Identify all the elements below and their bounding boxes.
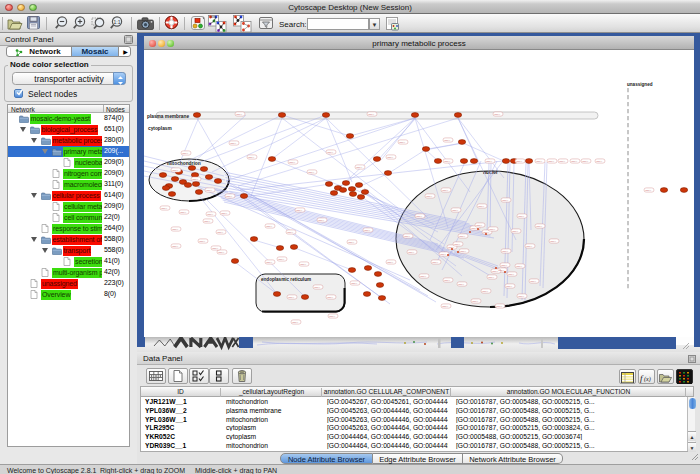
svg-text:GO-t..: GO-t.. — [314, 286, 321, 289]
svg-text:GO-t..: GO-t.. — [199, 240, 206, 243]
svg-text:GO-t..: GO-t.. — [236, 113, 243, 116]
svg-text:GO-t..: GO-t.. — [526, 245, 533, 248]
svg-text:GO-t..: GO-t.. — [582, 160, 589, 163]
svg-text:GO-t..: GO-t.. — [206, 189, 213, 192]
svg-text:GO-t..: GO-t.. — [442, 305, 449, 308]
svg-text:GO-t..: GO-t.. — [348, 241, 355, 244]
svg-text:GO-t..: GO-t.. — [416, 215, 423, 218]
svg-text:(x): (x) — [644, 376, 651, 383]
svg-text:GO-t..: GO-t.. — [444, 139, 451, 142]
svg-text:GO-t..: GO-t.. — [550, 240, 557, 243]
svg-text:GO-t..: GO-t.. — [440, 253, 447, 256]
svg-text:cytoplasm: cytoplasm — [148, 126, 172, 131]
svg-text:plasma membrane: plasma membrane — [147, 114, 189, 119]
svg-text:GO-t..: GO-t.. — [204, 220, 211, 223]
svg-text:GO-t..: GO-t.. — [308, 171, 315, 174]
svg-text:GO-t..: GO-t.. — [489, 228, 496, 231]
svg-text:GO-t..: GO-t.. — [226, 195, 233, 198]
svg-text:GO-t..: GO-t.. — [459, 235, 466, 238]
svg-text:GO-t..: GO-t.. — [399, 141, 406, 144]
svg-text:endoplasmic reticulum: endoplasmic reticulum — [261, 277, 311, 282]
svg-text:GO-t..: GO-t.. — [182, 152, 189, 155]
svg-text:GO-t..: GO-t.. — [458, 283, 465, 286]
svg-text:GO-t..: GO-t.. — [300, 263, 307, 266]
svg-text:GO-t..: GO-t.. — [351, 282, 358, 285]
svg-text:GO-t..: GO-t.. — [387, 261, 394, 264]
svg-text:GO-t..: GO-t.. — [387, 156, 394, 159]
svg-text:GO-t..: GO-t.. — [502, 199, 509, 202]
svg-text:GO-t..: GO-t.. — [426, 195, 433, 198]
svg-text:GO-t..: GO-t.. — [218, 251, 225, 254]
svg-text:GO-t..: GO-t.. — [266, 225, 273, 228]
svg-text:GO-t..: GO-t.. — [536, 225, 543, 228]
svg-text:GO-t..: GO-t.. — [432, 261, 439, 264]
svg-text:GO-t..: GO-t.. — [508, 273, 515, 276]
svg-text:GO-t..: GO-t.. — [278, 258, 285, 261]
svg-text:GO-t..: GO-t.. — [172, 245, 179, 248]
svg-text:GO-t..: GO-t.. — [536, 160, 543, 163]
svg-text:GO-t..: GO-t.. — [172, 228, 179, 231]
svg-text:GO-t..: GO-t.. — [516, 160, 523, 163]
svg-text:GO-t..: GO-t.. — [248, 156, 255, 159]
svg-text:GO-t..: GO-t.. — [506, 285, 513, 288]
svg-text:GO-t..: GO-t.. — [559, 160, 566, 163]
svg-text:GO-t..: GO-t.. — [442, 189, 449, 192]
svg-text:GO-t..: GO-t.. — [420, 275, 427, 278]
svg-text:GO-t..: GO-t.. — [327, 151, 334, 154]
svg-text:GO-t..: GO-t.. — [501, 264, 508, 267]
svg-text:GO-t..: GO-t.. — [172, 169, 179, 172]
svg-text:mitochondrion: mitochondrion — [167, 161, 201, 166]
svg-text:GO-t..: GO-t.. — [318, 219, 325, 222]
svg-text:GO-t..: GO-t.. — [266, 261, 273, 264]
svg-text:GO-t..: GO-t.. — [444, 160, 451, 163]
svg-text:GO-t..: GO-t.. — [454, 243, 461, 246]
svg-text:GO-t..: GO-t.. — [530, 280, 537, 283]
svg-text:GO-t..: GO-t.. — [217, 231, 224, 234]
svg-text:GO-t..: GO-t.. — [472, 300, 479, 303]
svg-text:GO-t..: GO-t.. — [482, 290, 489, 293]
svg-text:GO-t..: GO-t.. — [512, 230, 519, 233]
svg-text:1:1: 1:1 — [114, 19, 121, 25]
svg-text:GO-t..: GO-t.. — [408, 251, 415, 254]
svg-text:GO-t..: GO-t.. — [192, 178, 199, 181]
svg-text:GO-t..: GO-t.. — [596, 160, 603, 163]
svg-text:GO-t..: GO-t.. — [289, 161, 296, 164]
svg-text:GO-t..: GO-t.. — [518, 295, 525, 298]
svg-text:GO-t..: GO-t.. — [518, 215, 525, 218]
svg-text:GO-t..: GO-t.. — [494, 113, 501, 116]
svg-text:GO-t..: GO-t.. — [327, 296, 334, 299]
svg-text:GO-t..: GO-t.. — [364, 229, 371, 232]
svg-text:GO-t..: GO-t.. — [221, 212, 228, 215]
svg-text:GO-t..: GO-t.. — [329, 315, 336, 318]
svg-text:GO-t..: GO-t.. — [486, 160, 493, 163]
svg-text:GO-t..: GO-t.. — [288, 296, 295, 299]
svg-text:GO-t..: GO-t.. — [492, 270, 499, 273]
svg-text:GO-t..: GO-t.. — [368, 113, 375, 116]
svg-text:GO-t..: GO-t.. — [471, 227, 478, 230]
svg-text:GO-t..: GO-t.. — [296, 209, 303, 212]
svg-text:GO-t..: GO-t.. — [476, 224, 483, 227]
svg-text:GO-t..: GO-t.. — [488, 276, 495, 279]
svg-text:unassigned: unassigned — [627, 82, 653, 87]
svg-text:GO-t..: GO-t.. — [496, 305, 503, 308]
svg-text:GO-t..: GO-t.. — [460, 250, 467, 253]
svg-text:GO-t..: GO-t.. — [292, 321, 299, 324]
svg-text:GO-t..: GO-t.. — [230, 142, 237, 145]
svg-text:GO-t..: GO-t.. — [207, 213, 214, 216]
svg-text:GO-t..: GO-t.. — [404, 235, 411, 238]
svg-text:GO-t..: GO-t.. — [571, 160, 578, 163]
svg-text:GO-t..: GO-t.. — [212, 247, 219, 250]
svg-text:GO-t..: GO-t.. — [180, 211, 187, 214]
svg-text:GO-t..: GO-t.. — [444, 279, 451, 282]
svg-text:GO-t..: GO-t.. — [516, 265, 523, 268]
svg-text:GO-t..: GO-t.. — [287, 231, 294, 234]
svg-text:GO-t..: GO-t.. — [502, 250, 509, 253]
svg-text:GO-t..: GO-t.. — [356, 166, 363, 169]
svg-text:GO-t..: GO-t.. — [645, 189, 652, 192]
svg-text:GO-t..: GO-t.. — [548, 160, 555, 163]
svg-text:GO-t..: GO-t.. — [161, 207, 168, 210]
svg-text:GO-t..: GO-t.. — [452, 209, 459, 212]
svg-text:GO-t..: GO-t.. — [478, 205, 485, 208]
svg-text:GO-t..: GO-t.. — [498, 269, 505, 272]
